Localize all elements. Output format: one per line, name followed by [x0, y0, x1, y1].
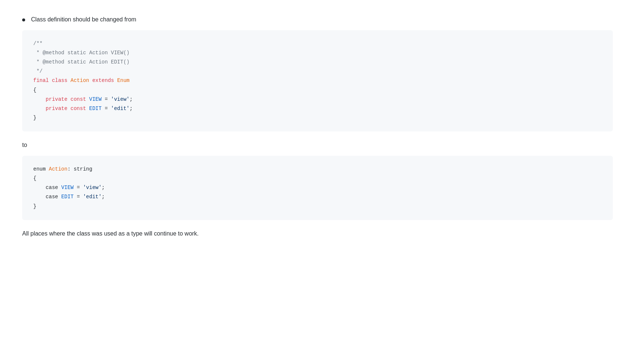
- closing-text: All places where the class was used as a…: [22, 229, 613, 238]
- code-block-before: /** * @method static Action VIEW() * @me…: [22, 30, 613, 132]
- code-line-view-const: private const VIEW = 'view';: [33, 95, 602, 104]
- code-line-enum-edit: case EDIT = 'edit';: [33, 192, 602, 202]
- code-line-open-brace: {: [33, 86, 602, 95]
- code-line-comment-3: * @method static Action EDIT(): [33, 58, 602, 67]
- code-line-comment-1: /**: [33, 39, 602, 48]
- code-line-enum-decl: enum Action: string: [33, 165, 602, 174]
- code-line-edit-const: private const EDIT = 'edit';: [33, 104, 602, 113]
- bullet-item: Class definition should be changed from: [22, 15, 613, 24]
- content-area: Class definition should be changed from …: [22, 15, 613, 238]
- code-line-comment-4: */: [33, 67, 602, 76]
- code-block-after: enum Action: string { case VIEW = 'view'…: [22, 156, 613, 220]
- code-line-enum-view: case VIEW = 'view';: [33, 183, 602, 192]
- code-line-comment-2: * @method static Action VIEW(): [33, 48, 602, 58]
- code-line-enum-open-brace: {: [33, 174, 602, 183]
- code-line-enum-close-brace: }: [33, 202, 602, 211]
- bullet-dot: [22, 18, 25, 21]
- code-line-class-decl: final class Action extends Enum: [33, 76, 602, 85]
- transition-text: to: [22, 140, 613, 150]
- bullet-text: Class definition should be changed from: [31, 15, 136, 24]
- code-line-close-brace: }: [33, 113, 602, 123]
